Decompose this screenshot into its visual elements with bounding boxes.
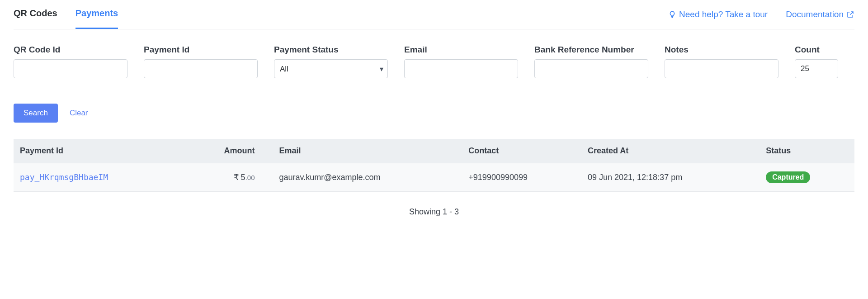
field-notes: Notes <box>665 45 778 78</box>
top-links: Need help? Take a tour Documentation <box>668 9 854 19</box>
cell-amount: ₹ 5.00 <box>181 163 273 192</box>
table-row: pay_HKrqmsgBHbaeIM ₹ 5.00 gaurav.kumr@ex… <box>14 163 854 192</box>
field-email: Email <box>404 45 518 78</box>
filters: QR Code Id Payment Id Payment Status All… <box>14 29 854 136</box>
payments-table: Payment Id Amount Email Contact Created … <box>14 139 854 192</box>
field-qr-code-id: QR Code Id <box>14 45 127 78</box>
pager-text: Showing 1 - 3 <box>14 192 854 226</box>
col-contact: Contact <box>462 139 581 163</box>
cell-contact: +919900990099 <box>462 163 581 192</box>
col-status: Status <box>760 139 854 163</box>
tab-payments[interactable]: Payments <box>75 0 118 29</box>
amount-int: 5 <box>241 173 245 182</box>
label-count: Count <box>795 45 838 55</box>
select-payment-status[interactable]: All <box>274 59 388 78</box>
help-link-label: Need help? Take a tour <box>679 9 768 19</box>
label-email: Email <box>404 45 518 55</box>
filter-buttons: Search Clear <box>14 92 91 123</box>
amount-currency: ₹ <box>234 173 239 182</box>
field-payment-id: Payment Id <box>144 45 258 78</box>
status-badge: Captured <box>766 171 810 183</box>
input-bank-ref[interactable] <box>534 59 648 78</box>
field-bank-ref: Bank Reference Number <box>534 45 648 78</box>
col-payment-id: Payment Id <box>14 139 181 163</box>
col-email: Email <box>273 139 462 163</box>
docs-link-label: Documentation <box>786 9 844 19</box>
label-payment-status: Payment Status <box>274 45 388 55</box>
field-payment-status: Payment Status All ▾ <box>274 45 388 78</box>
col-created-at: Created At <box>581 139 760 163</box>
lightbulb-icon <box>668 10 676 19</box>
docs-link[interactable]: Documentation <box>786 9 854 19</box>
topbar: QR Codes Payments Need help? Take a tour… <box>14 0 854 29</box>
tab-qr-codes[interactable]: QR Codes <box>14 0 57 29</box>
cell-created-at: 09 Jun 2021, 12:18:37 pm <box>581 163 760 192</box>
input-payment-id[interactable] <box>144 59 258 78</box>
input-qr-code-id[interactable] <box>14 59 127 78</box>
label-bank-ref: Bank Reference Number <box>534 45 648 55</box>
cell-email: gaurav.kumr@example.com <box>273 163 462 192</box>
clear-button[interactable]: Clear <box>67 104 91 123</box>
external-link-icon <box>846 10 854 19</box>
input-count[interactable] <box>795 59 838 78</box>
label-payment-id: Payment Id <box>144 45 258 55</box>
amount-dec: .00 <box>245 174 255 181</box>
tabs: QR Codes Payments <box>14 0 118 29</box>
label-notes: Notes <box>665 45 778 55</box>
field-count: Count <box>795 45 838 78</box>
search-button[interactable]: Search <box>14 104 58 123</box>
help-link[interactable]: Need help? Take a tour <box>668 9 768 19</box>
label-qr-code-id: QR Code Id <box>14 45 127 55</box>
input-notes[interactable] <box>665 59 778 78</box>
col-amount: Amount <box>181 139 273 163</box>
cell-status: Captured <box>760 163 854 192</box>
payment-id-link[interactable]: pay_HKrqmsgBHbaeIM <box>20 172 108 182</box>
input-email[interactable] <box>404 59 518 78</box>
